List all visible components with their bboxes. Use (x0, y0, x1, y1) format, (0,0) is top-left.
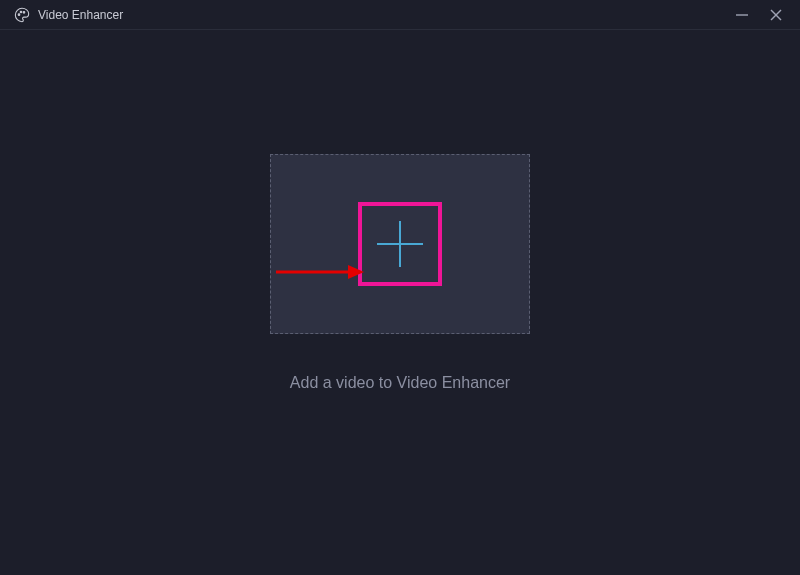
plus-icon (373, 217, 427, 271)
add-video-dropzone[interactable] (270, 154, 530, 334)
dropzone-caption: Add a video to Video Enhancer (290, 374, 510, 392)
main-content: Add a video to Video Enhancer (0, 0, 800, 545)
